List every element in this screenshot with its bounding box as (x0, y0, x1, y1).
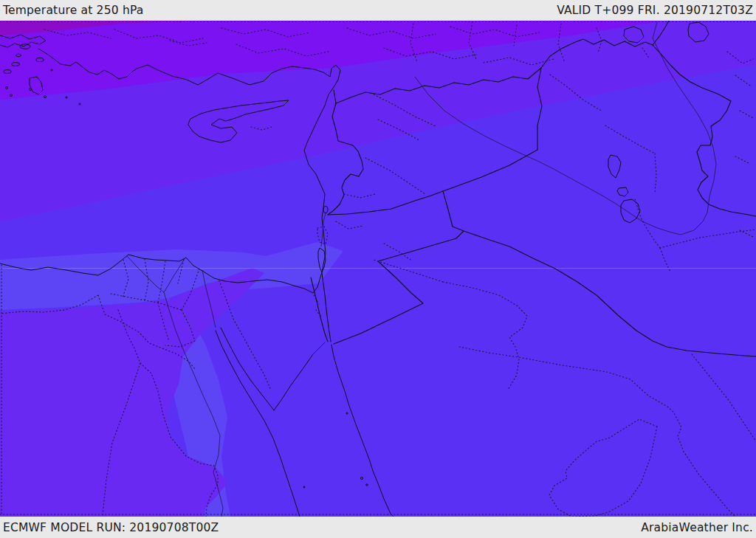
footer-bar: ECMWF MODEL RUN: 20190708T00Z ArabiaWeat… (0, 517, 756, 538)
map-title: Temperature at 250 hPa (3, 4, 144, 17)
header-bar: Temperature at 250 hPa VALID T+099 FRI. … (0, 0, 756, 21)
valid-time-label: VALID T+099 FRI. 20190712T03Z (557, 4, 753, 17)
weather-map-product: Temperature at 250 hPa VALID T+099 FRI. … (0, 0, 756, 538)
forecast-map (0, 21, 756, 517)
model-run-label: ECMWF MODEL RUN: 20190708T00Z (3, 521, 219, 534)
provider-credit: ArabiaWeather Inc. (641, 521, 753, 534)
